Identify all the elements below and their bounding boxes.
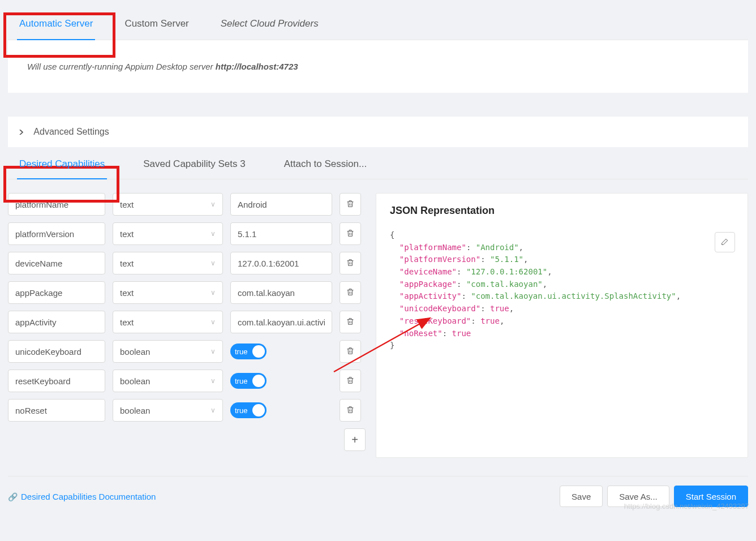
- capability-name-input[interactable]: [8, 193, 105, 216]
- delete-row-button[interactable]: [340, 340, 361, 363]
- tab-saved-sets[interactable]: Saved Capability Sets 3: [141, 149, 248, 179]
- tab-custom-server[interactable]: Custom Server: [122, 8, 191, 40]
- footer: Desired Capabilities Documentation Save …: [8, 476, 748, 507]
- plus-icon: [351, 433, 358, 446]
- trash-icon: [346, 346, 355, 357]
- capability-row: boolean∨ true: [8, 370, 366, 392]
- capability-row: text∨: [8, 222, 366, 245]
- server-info-text: Will use currently-running Appium Deskto…: [27, 62, 216, 71]
- json-body: { "platformName": "Android", "platformVe…: [390, 229, 734, 352]
- chevron-down-icon: ∨: [211, 406, 216, 414]
- capability-row: text∨: [8, 252, 366, 274]
- capability-value-toggle[interactable]: true: [230, 373, 267, 389]
- capability-value-input[interactable]: [230, 252, 332, 274]
- capability-value-input[interactable]: [230, 281, 332, 304]
- tab-attach-session[interactable]: Attach to Session...: [282, 149, 369, 179]
- capability-type-select[interactable]: text∨: [113, 193, 223, 216]
- delete-row-button[interactable]: [340, 281, 361, 304]
- chevron-down-icon: ∨: [211, 377, 216, 385]
- trash-icon: [346, 258, 355, 269]
- trash-icon: [346, 405, 355, 416]
- capability-name-input[interactable]: [8, 399, 105, 422]
- server-info-panel: Will use currently-running Appium Deskto…: [8, 40, 748, 93]
- capability-value-input[interactable]: [230, 311, 332, 333]
- chevron-down-icon: ∨: [211, 318, 216, 326]
- capability-type-select[interactable]: boolean∨: [113, 340, 223, 363]
- capability-name-input[interactable]: [8, 340, 105, 363]
- capability-value-toggle[interactable]: true: [230, 344, 267, 359]
- save-as-button[interactable]: Save As...: [607, 486, 669, 507]
- tab-cloud-providers[interactable]: Select Cloud Providers: [218, 8, 321, 40]
- json-representation-panel: JSON Representation { "platformName": "A…: [376, 193, 748, 458]
- delete-row-button[interactable]: [340, 370, 361, 392]
- capability-row: boolean∨ true: [8, 399, 366, 422]
- capability-row: text∨: [8, 311, 366, 333]
- delete-row-button[interactable]: [340, 399, 361, 422]
- capability-name-input[interactable]: [8, 252, 105, 274]
- capability-type-select[interactable]: text∨: [113, 222, 223, 245]
- capability-value-toggle[interactable]: true: [230, 402, 267, 418]
- save-button[interactable]: Save: [560, 486, 603, 507]
- chevron-down-icon: ∨: [211, 259, 216, 267]
- add-row-button[interactable]: [344, 428, 366, 451]
- chevron-down-icon: ∨: [211, 347, 216, 355]
- chevron-down-icon: ∨: [211, 289, 216, 297]
- capability-row: text∨: [8, 281, 366, 304]
- trash-icon: [346, 199, 355, 210]
- capability-row: boolean∨ true: [8, 340, 366, 363]
- chevron-down-icon: ∨: [211, 200, 216, 208]
- delete-row-button[interactable]: [340, 193, 361, 216]
- capability-form: text∨ text∨ text∨ text∨: [8, 193, 366, 458]
- advanced-settings-label: Advanced Settings: [33, 127, 109, 137]
- tab-automatic-server[interactable]: Automatic Server: [17, 8, 95, 40]
- capability-name-input[interactable]: [8, 370, 105, 392]
- pencil-icon: [720, 237, 729, 248]
- capability-row: text∨: [8, 193, 366, 216]
- server-tabs: Automatic Server Custom Server Select Cl…: [8, 8, 748, 40]
- edit-json-button[interactable]: [715, 232, 735, 252]
- start-session-button[interactable]: Start Session: [674, 486, 748, 507]
- delete-row-button[interactable]: [340, 252, 361, 274]
- capability-name-input[interactable]: [8, 281, 105, 304]
- link-icon: [8, 492, 18, 501]
- server-host: http://localhost:4723: [216, 62, 298, 71]
- documentation-link[interactable]: Desired Capabilities Documentation: [8, 492, 156, 501]
- trash-icon: [346, 229, 355, 239]
- capability-type-select[interactable]: boolean∨: [113, 399, 223, 422]
- capability-tabs: Desired Capabilities Saved Capability Se…: [8, 149, 748, 179]
- capability-type-select[interactable]: text∨: [113, 252, 223, 274]
- capability-type-select[interactable]: text∨: [113, 281, 223, 304]
- tab-desired-capabilities[interactable]: Desired Capabilities: [17, 149, 107, 179]
- chevron-down-icon: ∨: [211, 230, 216, 238]
- delete-row-button[interactable]: [340, 222, 361, 245]
- capability-value-input[interactable]: [230, 193, 332, 216]
- capability-value-input[interactable]: [230, 222, 332, 245]
- trash-icon: [346, 287, 355, 298]
- trash-icon: [346, 317, 355, 328]
- capability-name-input[interactable]: [8, 222, 105, 245]
- capability-type-select[interactable]: text∨: [113, 311, 223, 333]
- json-title: JSON Representation: [390, 205, 734, 217]
- chevron-right-icon: [19, 124, 23, 139]
- capability-name-input[interactable]: [8, 311, 105, 333]
- trash-icon: [346, 376, 355, 387]
- capability-type-select[interactable]: boolean∨: [113, 370, 223, 392]
- delete-row-button[interactable]: [340, 311, 361, 333]
- advanced-settings-toggle[interactable]: Advanced Settings: [8, 117, 748, 147]
